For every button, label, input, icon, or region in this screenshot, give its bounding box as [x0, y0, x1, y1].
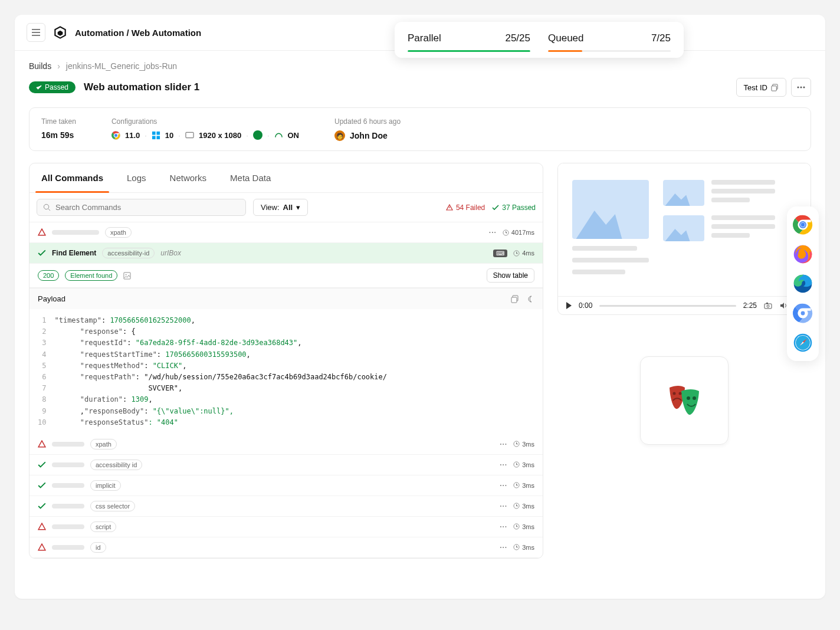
page-title: Web automation slider 1 [84, 81, 199, 93]
failed-count: 54 Failed [446, 204, 485, 212]
dots-icon [797, 86, 805, 88]
breadcrumb-root[interactable]: Builds [29, 61, 51, 71]
svg-point-46 [801, 311, 805, 316]
svg-point-33 [687, 396, 690, 400]
edge-icon[interactable] [793, 274, 813, 294]
command-row[interactable]: xpath···3ms [29, 434, 543, 455]
browser-dock [787, 206, 819, 361]
svg-point-36 [679, 392, 682, 395]
command-row[interactable]: implicit···3ms [29, 475, 543, 496]
command-row[interactable]: xpath ··· 4017ms [29, 222, 543, 243]
chrome-icon[interactable] [793, 215, 813, 235]
svg-rect-14 [186, 132, 193, 137]
svg-point-41 [801, 223, 805, 227]
svg-line-16 [48, 209, 50, 211]
check-icon [38, 481, 46, 490]
copy-icon [771, 84, 779, 91]
row-menu[interactable]: ··· [500, 481, 507, 490]
image-icon[interactable] [123, 272, 131, 280]
more-button[interactable] [791, 78, 811, 97]
passed-count: 37 Passed [492, 204, 536, 212]
svg-rect-11 [156, 131, 160, 134]
camera-icon[interactable] [764, 301, 772, 310]
search-input-wrap[interactable] [37, 199, 246, 216]
safari-icon[interactable] [793, 333, 813, 353]
resolution-icon [185, 132, 194, 139]
breadcrumb: Builds › jenkins-ML_Generic_jobs-Run [29, 61, 811, 71]
chevron-right-icon: › [57, 61, 60, 71]
warn-icon [38, 543, 46, 552]
avatar: 🧑 [334, 130, 345, 141]
check-icon [38, 461, 46, 469]
video-preview: 0:00 2:25 [557, 163, 811, 315]
test-id-button[interactable]: Test ID [736, 78, 786, 97]
row-menu[interactable]: ··· [500, 523, 507, 531]
play-button[interactable] [566, 302, 572, 309]
check-icon [38, 502, 46, 510]
warn-icon [38, 440, 46, 448]
logo-icon [52, 25, 68, 40]
row-menu[interactable]: ··· [500, 440, 507, 448]
tunnel-icon [274, 132, 283, 139]
firefox-icon[interactable] [793, 244, 813, 264]
status-badge: Passed [29, 81, 76, 93]
svg-point-34 [693, 396, 696, 400]
check-icon [492, 204, 499, 211]
clock-icon [513, 482, 520, 488]
warn-icon [38, 523, 46, 531]
tab-networks[interactable]: Networks [158, 163, 219, 192]
breadcrumb-current: jenkins-ML_Generic_jobs-Run [66, 61, 177, 71]
payload-code: 12345678910 "timestamp": 170566560162525… [29, 309, 543, 434]
row-menu[interactable]: ··· [500, 461, 507, 469]
svg-point-31 [767, 305, 769, 307]
svg-rect-4 [772, 86, 776, 90]
clock-icon [513, 461, 520, 468]
placeholder-image [572, 180, 649, 239]
svg-point-6 [800, 87, 802, 88]
meta-panel: Time taken 16m 59s Configurations 11.0 ·… [29, 107, 811, 151]
search-input[interactable] [55, 203, 239, 212]
svg-rect-32 [766, 303, 768, 304]
clock-icon [513, 250, 520, 257]
check-icon [36, 84, 42, 90]
command-subrow: 200 Element found Show table [29, 264, 543, 288]
video-seek[interactable] [599, 305, 736, 307]
svg-rect-13 [156, 136, 160, 139]
copy-icon[interactable] [511, 295, 519, 303]
hamburger-menu[interactable] [27, 23, 45, 42]
svg-rect-10 [152, 131, 156, 134]
row-menu[interactable]: ··· [500, 543, 507, 552]
volume-icon[interactable] [779, 301, 788, 310]
theater-masks-icon [664, 383, 705, 418]
command-row[interactable]: script···3ms [29, 517, 543, 537]
search-icon [43, 204, 51, 211]
stat-queued: Queued7/25 [548, 32, 671, 52]
svg-rect-30 [764, 304, 772, 309]
command-row[interactable]: id···3ms [29, 537, 543, 558]
row-menu[interactable]: ··· [489, 228, 497, 237]
command-row[interactable]: accessibility id···3ms [29, 455, 543, 475]
breadcrumb-title: Automation / Web Automation [75, 28, 201, 38]
svg-point-15 [44, 204, 48, 209]
tab-all-commands[interactable]: All Commands [29, 163, 115, 192]
chromium-icon[interactable] [793, 303, 813, 323]
command-row[interactable]: Find Element accessibility-id urIBox ⌨ 4… [29, 243, 543, 264]
svg-rect-12 [152, 136, 156, 139]
clock-icon [513, 503, 520, 509]
status-dot-icon [253, 130, 262, 140]
view-filter[interactable]: View: All ▾ [253, 199, 308, 216]
show-table-button[interactable]: Show table [487, 268, 534, 283]
tab-logs[interactable]: Logs [115, 163, 158, 192]
tab-metadata[interactable]: Meta Data [218, 163, 283, 192]
moon-icon[interactable] [526, 295, 534, 303]
command-row[interactable]: css selector···3ms [29, 496, 543, 517]
chrome-icon [111, 131, 120, 140]
tabs: All Commands Logs Networks Meta Data [29, 163, 543, 193]
row-menu[interactable]: ··· [500, 502, 507, 510]
svg-rect-23 [511, 297, 517, 303]
chevron-down-icon: ▾ [296, 203, 300, 212]
keyboard-icon: ⌨ [493, 250, 507, 257]
svg-point-35 [673, 392, 676, 395]
svg-point-5 [798, 87, 799, 88]
clock-icon [503, 229, 509, 236]
